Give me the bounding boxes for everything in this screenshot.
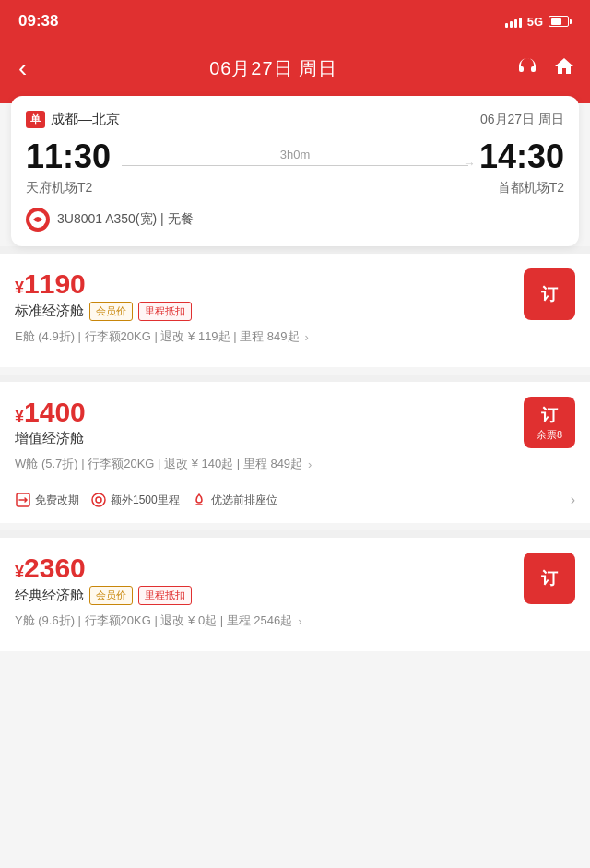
flight-number: 3U8001 A350(宽) | 无餐 xyxy=(57,211,194,228)
fare-price-row-1: ¥1190 标准经济舱 会员价 里程抵扣 订 xyxy=(15,268,575,321)
perk-seat: 优选前排座位 xyxy=(191,492,277,508)
flight-card-header: 单 成都—北京 06月27日 周日 xyxy=(26,111,564,128)
airline-logo xyxy=(26,208,50,232)
perk-change: 免费改期 xyxy=(15,492,79,508)
perk-change-icon xyxy=(15,492,31,508)
card-separator-1 xyxy=(0,246,590,254)
fare-perks-2[interactable]: 免费改期 额外1500里程 优选前排座位 › xyxy=(15,482,575,508)
details-arrow-1: › xyxy=(305,330,309,344)
price-amount-1: ¥1190 xyxy=(15,268,192,300)
fare-card-2: ¥1400 增值经济舱 订 余票8 W舱 (5.7折) | 行李额20KG | … xyxy=(0,382,590,523)
header: ‹ 06月27日 周日 xyxy=(0,41,590,103)
fare-card-1: ¥1190 标准经济舱 会员价 里程抵扣 订 E舱 (4.9折) | 行李额20… xyxy=(0,254,590,367)
arrive-time: 14:30 xyxy=(479,137,564,176)
cabin-name-1: 标准经济舱 xyxy=(15,303,84,320)
headphone-icon[interactable] xyxy=(516,55,538,82)
fare-details-3: Y舱 (9.6折) | 行李额20KG | 退改 ¥ 0起 | 里程 2546起… xyxy=(15,612,575,629)
fare-info-2: ¥1400 增值经济舱 xyxy=(15,397,86,447)
network-label: 5G xyxy=(527,15,543,29)
svg-point-4 xyxy=(96,497,101,503)
header-actions xyxy=(516,55,575,82)
home-icon[interactable] xyxy=(553,55,575,82)
tag-mileage-3: 里程抵扣 xyxy=(138,586,192,605)
fare-tag-row-2: 增值经济舱 xyxy=(15,430,86,447)
signal-icon xyxy=(505,15,522,28)
route-text: 成都—北京 xyxy=(51,111,120,128)
tag-member-1: 会员价 xyxy=(89,302,133,321)
duration-text: 3h0m xyxy=(280,148,311,161)
fare-info-1: ¥1190 标准经济舱 会员价 里程抵扣 xyxy=(15,268,192,321)
flight-info: 3U8001 A350(宽) | 无餐 xyxy=(26,208,564,232)
remaining-badge-2: 余票8 xyxy=(537,428,562,442)
book-button-2[interactable]: 订 余票8 xyxy=(524,397,575,448)
cabin-name-3: 经典经济舱 xyxy=(15,587,84,604)
fare-price-row-2: ¥1400 增值经济舱 订 余票8 xyxy=(15,397,575,448)
details-arrow-3: › xyxy=(298,614,301,628)
book-button-1[interactable]: 订 xyxy=(524,268,575,320)
flight-route: 单 成都—北京 xyxy=(26,111,120,128)
card-separator-3 xyxy=(0,530,590,538)
fare-details-1: E舱 (4.9折) | 行李额20KG | 退改 ¥ 119起 | 里程 849… xyxy=(15,328,575,345)
flight-airports: 天府机场T2 首都机场T2 xyxy=(26,180,564,196)
perk-seat-icon xyxy=(191,492,207,508)
cabin-name-2: 增值经济舱 xyxy=(15,430,84,447)
flight-date: 06月27日 周日 xyxy=(480,112,564,128)
fare-card-3: ¥2360 经典经济舱 会员价 里程抵扣 订 Y舱 (9.6折) | 行李额20… xyxy=(0,538,590,651)
price-amount-2: ¥1400 xyxy=(15,397,86,428)
fare-price-row-3: ¥2360 经典经济舱 会员价 里程抵扣 订 xyxy=(15,553,575,605)
status-bar: 09:38 5G xyxy=(0,0,590,41)
details-arrow-2: › xyxy=(308,458,312,471)
status-time: 09:38 xyxy=(18,12,58,30)
tag-mileage-1: 里程抵扣 xyxy=(138,302,192,321)
depart-airport: 天府机场T2 xyxy=(26,180,92,196)
book-button-3[interactable]: 订 xyxy=(524,553,575,604)
fare-details-2: W舱 (5.7折) | 行李额20KG | 退改 ¥ 140起 | 里程 849… xyxy=(15,456,575,472)
perk-mile-icon xyxy=(90,492,107,508)
single-badge: 单 xyxy=(26,111,45,128)
perk-mile: 额外1500里程 xyxy=(90,492,180,508)
fare-tag-row-1: 标准经济舱 会员价 里程抵扣 xyxy=(15,302,192,321)
card-separator-2 xyxy=(0,375,590,382)
flight-card: 单 成都—北京 06月27日 周日 11:30 3h0m 14:30 天府机场T… xyxy=(11,96,579,246)
svg-point-3 xyxy=(92,493,105,506)
duration-arrow: 3h0m xyxy=(111,148,479,166)
fare-tag-row-3: 经典经济舱 会员价 里程抵扣 xyxy=(15,586,192,605)
tag-member-3: 会员价 xyxy=(89,586,133,605)
fare-info-3: ¥2360 经典经济舱 会员价 里程抵扣 xyxy=(15,553,192,605)
price-amount-3: ¥2360 xyxy=(15,553,192,584)
status-icons: 5G xyxy=(505,15,572,29)
header-title: 06月27日 周日 xyxy=(209,56,337,81)
depart-time: 11:30 xyxy=(26,137,111,176)
flight-times: 11:30 3h0m 14:30 xyxy=(26,137,564,176)
battery-icon xyxy=(549,16,572,27)
back-button[interactable]: ‹ xyxy=(15,50,30,87)
perks-arrow[interactable]: › xyxy=(571,492,575,508)
arrow-line xyxy=(122,165,468,166)
arrive-airport: 首都机场T2 xyxy=(498,180,564,196)
